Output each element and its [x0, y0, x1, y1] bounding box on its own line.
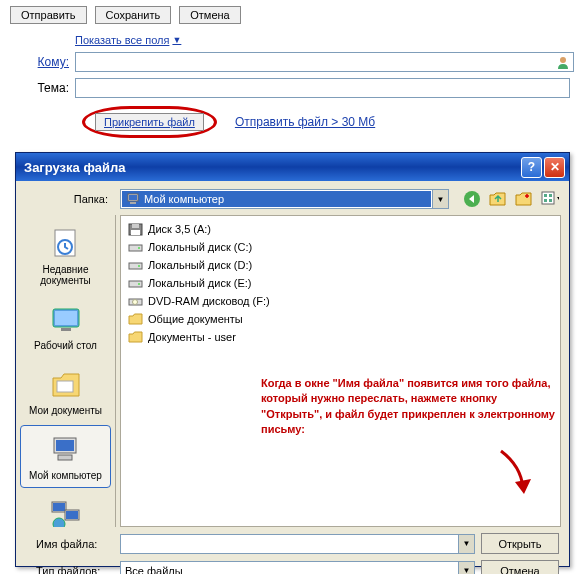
instruction-annotation: Когда в окне "Имя файла" появится имя то… — [261, 376, 561, 438]
help-button[interactable]: ? — [521, 157, 542, 178]
cancel-button[interactable]: Отмена — [179, 6, 240, 24]
dialog-titlebar: Загрузка файла ? ✕ — [16, 153, 569, 181]
svg-point-34 — [132, 299, 137, 304]
up-folder-icon[interactable] — [489, 190, 507, 208]
svg-rect-26 — [131, 230, 140, 235]
svg-rect-2 — [129, 195, 137, 200]
svg-point-32 — [138, 283, 140, 285]
svg-rect-18 — [58, 455, 72, 460]
mail-form: Показать все поля ▼ Кому: Тема: Прикрепи… — [0, 30, 580, 138]
svg-rect-3 — [130, 202, 136, 204]
svg-rect-20 — [53, 503, 65, 511]
dialog-bottom-bar: Имя файла: ▼ Открыть Тип файлов: Все фай… — [16, 527, 569, 574]
list-item[interactable]: Локальный диск (E:) — [125, 274, 556, 292]
svg-rect-13 — [55, 311, 77, 325]
file-list[interactable]: Диск 3,5 (A:) Локальный диск (C:) Локаль… — [120, 215, 561, 527]
folder-icon — [127, 329, 143, 345]
sidebar-item-label: Рабочий стол — [34, 340, 97, 351]
open-button[interactable]: Открыть — [481, 533, 559, 554]
list-item[interactable]: Локальный диск (C:) — [125, 238, 556, 256]
sidebar-item-mydocs[interactable]: Мои документы — [20, 360, 111, 423]
to-input[interactable] — [75, 52, 574, 72]
drive-icon — [127, 257, 143, 273]
folder-selected: Мой компьютер — [144, 193, 224, 205]
filetype-label: Тип файлов: — [26, 565, 114, 575]
svg-rect-9 — [549, 199, 552, 202]
svg-rect-7 — [549, 194, 552, 197]
save-button[interactable]: Сохранить — [95, 6, 172, 24]
show-all-label: Показать все поля — [75, 34, 169, 46]
dvd-icon — [127, 293, 143, 309]
svg-rect-6 — [544, 194, 547, 197]
chevron-down-icon[interactable]: ▼ — [458, 562, 474, 575]
filetype-combo[interactable]: Все файлы ▼ — [120, 561, 475, 575]
list-item[interactable]: Общие документы — [125, 310, 556, 328]
svg-point-23 — [53, 518, 65, 527]
folder-combo[interactable]: Мой компьютер ▼ — [120, 189, 449, 209]
folder-bar: Папка: Мой компьютер ▼ — [16, 181, 569, 215]
drive-icon — [127, 239, 143, 255]
svg-rect-15 — [57, 381, 73, 392]
send-large-file-link[interactable]: Отправить файл > 30 Мб — [235, 115, 375, 129]
attach-highlight-circle: Прикрепить файл — [82, 106, 217, 138]
new-folder-icon[interactable] — [515, 190, 533, 208]
view-menu-icon[interactable] — [541, 190, 559, 208]
show-all-fields-link[interactable]: Показать все поля ▼ — [75, 34, 181, 46]
drive-icon — [127, 275, 143, 291]
sidebar-item-network[interactable]: Сетевое — [20, 490, 111, 527]
contact-picker-icon[interactable] — [556, 55, 570, 69]
svg-point-28 — [138, 247, 140, 249]
mycomputer-icon — [48, 432, 84, 468]
chevron-down-icon[interactable]: ▼ — [432, 190, 448, 208]
dialog-title: Загрузка файла — [24, 160, 519, 175]
svg-rect-5 — [542, 192, 554, 204]
attach-file-button[interactable]: Прикрепить файл — [95, 113, 204, 131]
back-icon[interactable] — [463, 190, 481, 208]
svg-rect-14 — [61, 328, 71, 331]
folder-icon — [127, 311, 143, 327]
file-upload-dialog: Загрузка файла ? ✕ Папка: Мой компьютер … — [15, 152, 570, 567]
list-item[interactable]: Документы - user — [125, 328, 556, 346]
mydocs-icon — [48, 367, 84, 403]
network-icon — [48, 497, 84, 527]
svg-rect-22 — [66, 511, 78, 519]
folder-label: Папка: — [26, 193, 114, 205]
sidebar-item-label: Мои документы — [29, 405, 102, 416]
list-item[interactable]: DVD-RAM дисковод (F:) — [125, 292, 556, 310]
mail-toolbar: Отправить Сохранить Отмена — [0, 0, 580, 30]
sidebar-item-label: Недавние документы — [23, 264, 108, 286]
places-sidebar: Недавние документы Рабочий стол Мои доку… — [16, 215, 116, 527]
dropdown-triangle-icon: ▼ — [172, 35, 181, 45]
sidebar-item-mycomputer[interactable]: Мой компьютер — [20, 425, 111, 488]
list-item[interactable]: Локальный диск (D:) — [125, 256, 556, 274]
svg-point-30 — [138, 265, 140, 267]
svg-rect-29 — [129, 263, 142, 269]
close-button[interactable]: ✕ — [544, 157, 565, 178]
send-button[interactable]: Отправить — [10, 6, 87, 24]
recent-docs-icon — [48, 226, 84, 262]
sidebar-item-desktop[interactable]: Рабочий стол — [20, 295, 111, 358]
annotation-arrow-icon — [491, 446, 541, 506]
svg-rect-17 — [56, 440, 74, 451]
svg-rect-27 — [129, 245, 142, 251]
sidebar-item-label: Мой компьютер — [29, 470, 102, 481]
computer-icon — [126, 192, 140, 206]
subject-input[interactable] — [75, 78, 570, 98]
filename-input[interactable]: ▼ — [120, 534, 475, 554]
dialog-cancel-button[interactable]: Отмена — [481, 560, 559, 574]
chevron-down-icon[interactable]: ▼ — [458, 535, 474, 553]
filename-label: Имя файла: — [26, 538, 114, 550]
sidebar-item-recent[interactable]: Недавние документы — [20, 219, 111, 293]
svg-rect-25 — [132, 224, 139, 228]
floppy-icon — [127, 221, 143, 237]
subject-label: Тема: — [10, 81, 75, 95]
svg-point-0 — [560, 57, 566, 63]
to-label[interactable]: Кому: — [10, 55, 75, 69]
svg-rect-8 — [544, 199, 547, 202]
svg-rect-31 — [129, 281, 142, 287]
desktop-icon — [48, 302, 84, 338]
list-item[interactable]: Диск 3,5 (A:) — [125, 220, 556, 238]
